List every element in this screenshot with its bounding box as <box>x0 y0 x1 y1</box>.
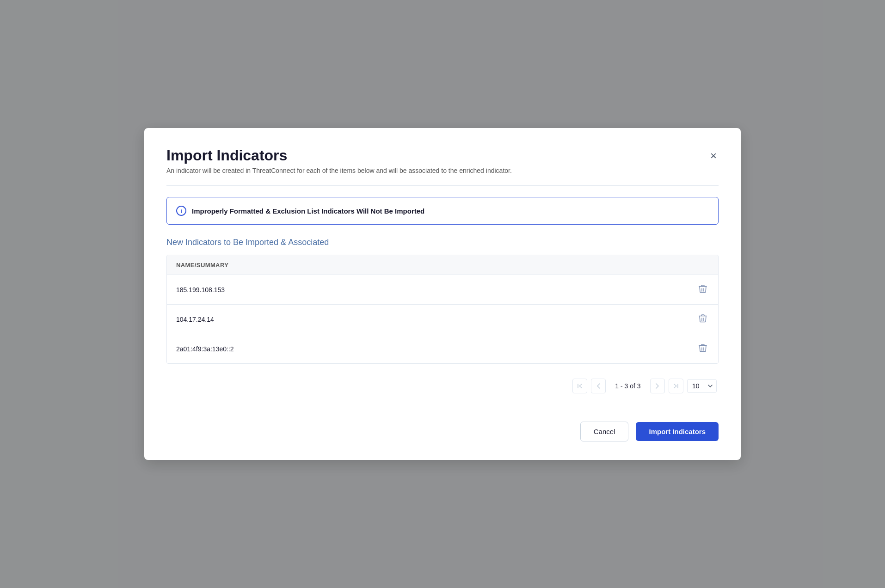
modal-header: Import Indicators × <box>166 147 719 164</box>
indicators-table: Name/Summary 185.199.108.153 104.17.24.1… <box>166 255 719 364</box>
header-divider <box>166 185 719 186</box>
table-row: 185.199.108.153 <box>167 275 718 305</box>
next-page-button[interactable] <box>650 379 665 393</box>
table-row: 2a01:4f9:3a:13e0::2 <box>167 334 718 363</box>
modal-overlay: Import Indicators × An indicator will be… <box>0 0 885 588</box>
delete-row-1-button[interactable] <box>697 282 709 297</box>
modal-subtitle: An indicator will be created in ThreatCo… <box>166 167 719 174</box>
prev-page-icon <box>596 383 600 389</box>
page-info: 1 - 3 of 3 <box>609 382 646 390</box>
row-2-name: 104.17.24.14 <box>176 316 214 323</box>
import-indicators-button[interactable]: Import Indicators <box>636 422 719 441</box>
first-page-button[interactable] <box>572 379 587 393</box>
table-row: 104.17.24.14 <box>167 305 718 334</box>
trash-icon <box>699 343 707 353</box>
info-banner: i Improperly Formatted & Exclusion List … <box>166 197 719 225</box>
next-page-icon <box>656 383 659 389</box>
cancel-button[interactable]: Cancel <box>580 422 629 441</box>
page-size-select[interactable]: 10 25 50 100 <box>687 379 717 393</box>
delete-row-2-button[interactable] <box>697 312 709 326</box>
modal-dialog: Import Indicators × An indicator will be… <box>144 128 741 460</box>
row-3-name: 2a01:4f9:3a:13e0::2 <box>176 345 234 353</box>
modal-title: Import Indicators <box>166 147 287 164</box>
pagination-row: 1 - 3 of 3 10 25 50 100 <box>166 373 719 399</box>
column-header-name: Name/Summary <box>176 262 228 269</box>
trash-icon <box>699 314 707 323</box>
first-page-icon <box>577 383 583 389</box>
last-page-button[interactable] <box>669 379 683 393</box>
prev-page-button[interactable] <box>591 379 606 393</box>
delete-row-3-button[interactable] <box>697 342 709 356</box>
info-banner-text: Improperly Formatted & Exclusion List In… <box>192 207 424 215</box>
info-icon: i <box>176 206 186 216</box>
row-1-name: 185.199.108.153 <box>176 286 225 294</box>
trash-icon <box>699 284 707 294</box>
last-page-icon <box>673 383 679 389</box>
modal-footer: Cancel Import Indicators <box>166 414 719 441</box>
close-button[interactable]: × <box>708 148 719 163</box>
table-header: Name/Summary <box>167 255 718 275</box>
section-title: New Indicators to Be Imported & Associat… <box>166 238 719 247</box>
